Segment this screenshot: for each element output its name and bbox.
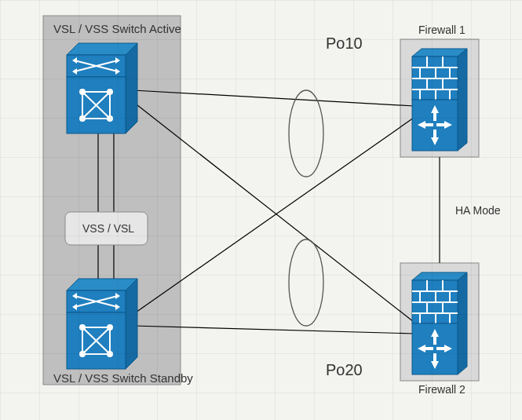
- po10-ellipse: [289, 90, 323, 177]
- firewall-2-label: Firewall 2: [418, 383, 465, 396]
- ha-mode-label: HA Mode: [455, 204, 501, 217]
- switch-active-label: VSL / VSS Switch Active: [53, 22, 181, 35]
- firewall-1-icon: [412, 49, 467, 151]
- diagram-canvas: [0, 0, 522, 420]
- switch-standby-label: VSL / VSS Switch Standby: [53, 371, 193, 385]
- po10-label: Po10: [326, 35, 363, 53]
- firewall-2-icon: [412, 272, 467, 374]
- switch-active-icon: [67, 43, 137, 133]
- po20-label: Po20: [326, 361, 363, 379]
- firewall-1-label: Firewall 1: [418, 24, 465, 36]
- po20-ellipse: [289, 239, 323, 326]
- switch-standby-icon: [67, 279, 137, 369]
- vss-vsl-label: VSS / VSL: [82, 222, 134, 235]
